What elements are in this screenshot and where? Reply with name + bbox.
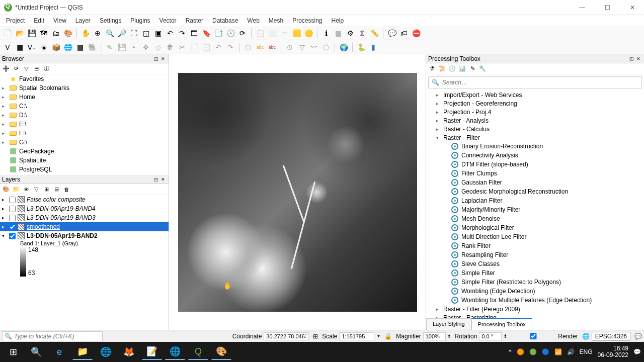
close-button[interactable]: ✕ [625, 3, 640, 13]
explorer-icon[interactable]: 📁 [72, 344, 93, 360]
minimize-button[interactable]: — [575, 3, 590, 13]
layer-band3[interactable]: ▸L3-DDN-05Apr19-BAND3 [0, 213, 169, 222]
show-bookmarks-icon[interactable]: 📑 [213, 28, 224, 39]
menu-mesh[interactable]: Mesh [265, 16, 287, 25]
layers-visibility-icon[interactable]: 👁 [22, 186, 30, 194]
toolbox-options-icon[interactable]: 🔧 [478, 65, 487, 73]
menu-plugins[interactable]: Plugins [126, 16, 154, 25]
pan-to-selection-icon[interactable]: ⊕ [92, 28, 103, 39]
layout-manager-icon[interactable]: 🗂 [50, 28, 61, 39]
abc-label-icon[interactable]: abc [255, 42, 266, 53]
select-by-location-icon[interactable]: 🟡 [303, 28, 314, 39]
add-wfs-icon[interactable]: ▤ [74, 42, 86, 53]
zoom-in-icon[interactable]: 🔍 [104, 28, 115, 39]
delete-selected-icon[interactable]: 🗑 [165, 42, 176, 53]
new-shapefile-icon[interactable]: V₊ [26, 42, 37, 53]
algorithm-item[interactable]: Morphological Filter [436, 223, 644, 232]
layer-smoothened-checkbox[interactable] [9, 224, 16, 230]
algorithm-item[interactable]: Geodesic Morphological Reconstruction [436, 187, 644, 196]
topology-icon[interactable]: ▽ [296, 42, 307, 53]
menu-layer[interactable]: Layer [71, 16, 95, 25]
group-raster-calculus[interactable]: ▸Raster - Calculus [436, 125, 644, 133]
layer-band2[interactable]: ▾L3-DDN-05Apr19-BAND2 [0, 231, 169, 240]
new-geopackage-icon[interactable]: 📦 [50, 42, 61, 53]
algorithm-item[interactable]: Gaussian Filter [436, 178, 644, 187]
algorithm-item[interactable]: Mesh Denoise [436, 214, 644, 223]
group-import-export[interactable]: ▸Import/Export - Web Services [436, 90, 644, 99]
qgis-taskbar-icon[interactable]: Q [188, 344, 208, 360]
tab-layer-styling[interactable]: Layer Styling [426, 318, 471, 330]
select-icon[interactable]: ▭ [279, 28, 290, 39]
algorithm-item[interactable]: Wombling for Multiple Features (Edge Det… [436, 296, 644, 305]
vertex-tool-icon[interactable]: ◇ [152, 42, 164, 53]
layers-filter-icon[interactable]: ▽ [32, 186, 40, 194]
browser-postgresql[interactable]: PostgreSQL [0, 165, 169, 174]
algorithm-item[interactable]: Connectivity Analysis [436, 151, 644, 160]
browser-drive-g[interactable]: ▸G:\ [0, 138, 169, 147]
browser-geopackage[interactable]: GeoPackage [0, 147, 169, 156]
browser-home[interactable]: ▸Home [0, 93, 169, 102]
group-raster-rasterizing[interactable]: ▸Raster - Rasterizing [436, 313, 644, 318]
menu-project[interactable]: Project [2, 16, 29, 25]
locator-input[interactable] [14, 333, 100, 340]
deselect-icon[interactable]: ⬜ [267, 28, 278, 39]
tray-wifi-icon[interactable]: 📶 [554, 348, 562, 355]
menu-edit[interactable]: Edit [30, 16, 48, 25]
menu-processing[interactable]: Processing [288, 16, 326, 25]
browser-props-icon[interactable]: ⓘ [42, 65, 50, 73]
toggle-editing-icon[interactable]: ✎ [104, 42, 115, 53]
reshape-icon[interactable]: ⬡ [320, 42, 332, 53]
browser-tree[interactable]: ★Favorites ▸Spatial Bookmarks ▸Home ▸C:\… [0, 74, 169, 175]
browser-drive-f[interactable]: ▸F:\ [0, 129, 169, 138]
layer-band4[interactable]: ▸L3-DDN-05Apr19-BAND4 [0, 204, 169, 213]
new-map-view-icon[interactable]: 🗔 [189, 28, 200, 39]
group-proj-georef[interactable]: ▸Projection - Georeferencing [436, 99, 644, 108]
layer-band3-checkbox[interactable] [9, 215, 16, 221]
browser-close-icon[interactable]: ✕ [159, 55, 167, 62]
group-proj4[interactable]: ▸Projection - Proj.4 [436, 108, 644, 116]
snapping-icon[interactable]: ⊙ [284, 42, 295, 53]
save-edits-icon[interactable]: 💾 [116, 42, 127, 53]
zoom-last-icon[interactable]: ↶ [165, 28, 176, 39]
rot-down[interactable]: ▼ [504, 336, 507, 339]
save-project-icon[interactable]: 💾 [26, 28, 37, 39]
layers-remove-icon[interactable]: 🗑 [62, 186, 70, 194]
crs-icon[interactable]: 🌐 [582, 333, 590, 340]
undo-icon[interactable]: ↶ [213, 42, 224, 53]
new-project-icon[interactable]: 📄 [2, 28, 13, 39]
maximize-button[interactable]: ☐ [600, 3, 615, 13]
group-raster-analysis[interactable]: ▸Raster - Analysis [436, 116, 644, 125]
layer-smoothened[interactable]: ▸smoothened [0, 222, 169, 231]
abc-no-icon[interactable]: abc [267, 42, 278, 53]
select-by-attr-icon[interactable]: 🟨 [291, 28, 302, 39]
menu-vector[interactable]: Vector [155, 16, 181, 25]
stats-icon[interactable]: Σ [357, 28, 368, 39]
trace-icon[interactable]: 〰 [308, 42, 319, 53]
render-checkbox[interactable] [511, 333, 556, 339]
map-tips-icon[interactable]: 💬 [386, 28, 397, 39]
measure-icon[interactable]: 📏 [369, 28, 380, 39]
copy-features2-icon[interactable]: 📄 [189, 42, 200, 53]
toolbox-model-icon[interactable]: ⚗ [428, 65, 436, 73]
refresh-icon[interactable]: ⟳ [237, 28, 248, 39]
layer-band2-checkbox[interactable] [9, 233, 16, 239]
layers-expand-icon[interactable]: ⊞ [42, 186, 50, 194]
layers-tree[interactable]: ▸False color composite ▸L3-DDN-05Apr19-B… [0, 195, 169, 330]
paste-features-icon[interactable]: 📋 [201, 42, 212, 53]
style-manager-icon[interactable]: 🎨 [62, 28, 73, 39]
add-postgis-icon[interactable]: 🐘 [87, 42, 98, 53]
algorithm-item[interactable]: Multi Direction Lee Filter [436, 232, 644, 241]
toolbox-search-input[interactable] [442, 79, 638, 86]
tray-volume-icon[interactable]: 🔊 [567, 348, 575, 355]
copy-features-icon[interactable]: 📋 [255, 28, 266, 39]
browser-filter-icon[interactable]: ▽ [22, 65, 30, 73]
scale-input[interactable] [339, 332, 374, 340]
browser-add-icon[interactable]: ➕ [2, 65, 10, 73]
toolbox-tree[interactable]: ▸Import/Export - Web Services ▸Projectio… [426, 90, 644, 318]
menu-raster[interactable]: Raster [182, 16, 207, 25]
open-project-icon[interactable]: 📂 [14, 28, 25, 39]
temporal-icon[interactable]: 🕓 [225, 28, 236, 39]
toolbox-script-icon[interactable]: 📜 [438, 65, 446, 73]
menu-web[interactable]: Web [243, 16, 263, 25]
layers-collapse-icon[interactable]: ⊟ [52, 186, 60, 194]
